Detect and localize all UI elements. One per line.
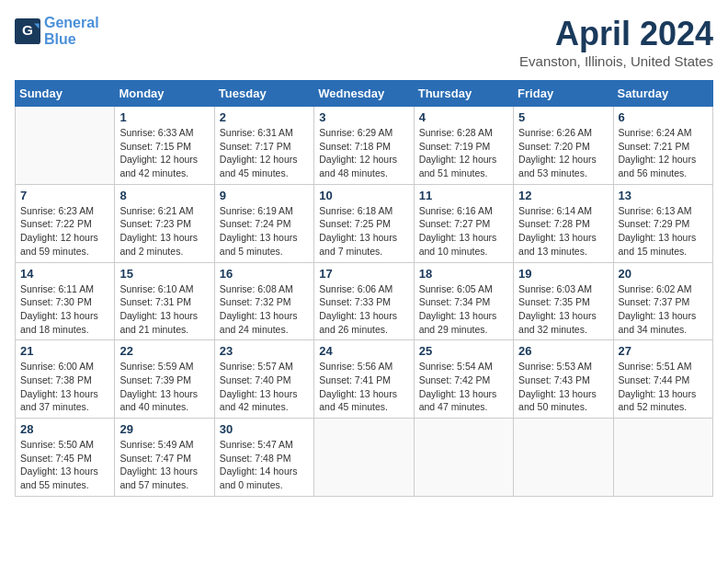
day-info: Sunrise: 6:06 AMSunset: 7:33 PMDaylight:… [319,282,408,337]
calendar-week-row: 1 Sunrise: 6:33 AMSunset: 7:15 PMDayligh… [16,107,713,185]
calendar-cell: 11 Sunrise: 6:16 AMSunset: 7:27 PMDaylig… [414,184,513,262]
weekday-header-monday: Monday [115,81,214,107]
calendar-cell: 22 Sunrise: 5:59 AMSunset: 7:39 PMDaylig… [115,340,214,419]
title-block: April 2024 Evanston, Illinois, United St… [519,15,713,69]
day-info: Sunrise: 6:14 AMSunset: 7:28 PMDaylight:… [518,204,608,259]
day-info: Sunrise: 6:10 AMSunset: 7:31 PMDaylight:… [119,282,209,337]
day-number: 23 [220,344,309,358]
logo-text: General Blue [44,15,99,47]
day-number: 30 [220,422,309,436]
day-info: Sunrise: 6:31 AMSunset: 7:17 PMDaylight:… [220,126,309,180]
calendar-cell: 8 Sunrise: 6:21 AMSunset: 7:23 PMDayligh… [115,184,214,262]
day-info: Sunrise: 5:47 AMSunset: 7:48 PMDaylight:… [220,438,309,492]
logo-line1: General [44,15,99,30]
day-number: 20 [619,267,708,281]
calendar-cell: 13 Sunrise: 6:13 AMSunset: 7:29 PMDaylig… [613,184,712,262]
location: Evanston, Illinois, United States [519,53,713,69]
svg-text:G: G [22,22,33,38]
calendar-week-row: 7 Sunrise: 6:23 AMSunset: 7:22 PMDayligh… [16,184,713,262]
calendar-cell: 28 Sunrise: 5:50 AMSunset: 7:45 PMDaylig… [16,419,115,497]
calendar-cell: 3 Sunrise: 6:29 AMSunset: 7:18 PMDayligh… [314,107,414,185]
day-number: 14 [20,267,109,281]
day-info: Sunrise: 5:49 AMSunset: 7:47 PMDaylight:… [119,438,209,492]
logo: G General Blue [15,15,99,47]
calendar-cell: 25 Sunrise: 5:54 AMSunset: 7:42 PMDaylig… [414,340,513,419]
month-title: April 2024 [519,15,713,53]
calendar-cell: 4 Sunrise: 6:28 AMSunset: 7:19 PMDayligh… [414,107,513,185]
day-info: Sunrise: 5:50 AMSunset: 7:45 PMDaylight:… [20,438,109,492]
day-info: Sunrise: 5:57 AMSunset: 7:40 PMDaylight:… [220,360,309,414]
day-info: Sunrise: 5:59 AMSunset: 7:39 PMDaylight:… [119,360,209,414]
page-header: G General Blue April 2024 Evanston, Illi… [15,15,713,69]
calendar-cell: 21 Sunrise: 6:00 AMSunset: 7:38 PMDaylig… [16,340,115,419]
calendar-cell: 18 Sunrise: 6:05 AMSunset: 7:34 PMDaylig… [414,262,513,340]
day-number: 15 [119,267,209,281]
weekday-header-thursday: Thursday [414,81,513,107]
logo-line2: Blue [44,31,76,47]
day-number: 8 [119,189,209,202]
day-number: 7 [20,189,109,202]
day-number: 25 [419,344,508,358]
calendar-cell: 15 Sunrise: 6:10 AMSunset: 7:31 PMDaylig… [115,262,214,340]
day-info: Sunrise: 6:18 AMSunset: 7:25 PMDaylight:… [319,204,408,259]
day-number: 17 [319,267,408,281]
day-info: Sunrise: 5:56 AMSunset: 7:41 PMDaylight:… [319,360,408,414]
calendar-cell [314,419,414,497]
calendar-cell: 7 Sunrise: 6:23 AMSunset: 7:22 PMDayligh… [16,184,115,262]
day-number: 6 [619,110,708,124]
day-info: Sunrise: 5:54 AMSunset: 7:42 PMDaylight:… [419,360,508,414]
calendar-cell: 9 Sunrise: 6:19 AMSunset: 7:24 PMDayligh… [214,184,313,262]
calendar-cell: 10 Sunrise: 6:18 AMSunset: 7:25 PMDaylig… [314,184,414,262]
day-info: Sunrise: 5:51 AMSunset: 7:44 PMDaylight:… [619,360,708,414]
day-info: Sunrise: 6:26 AMSunset: 7:20 PMDaylight:… [518,126,608,180]
day-number: 11 [419,189,508,202]
day-number: 24 [319,344,408,358]
day-number: 1 [119,110,209,124]
calendar-cell: 24 Sunrise: 5:56 AMSunset: 7:41 PMDaylig… [314,340,414,419]
calendar-cell: 1 Sunrise: 6:33 AMSunset: 7:15 PMDayligh… [115,107,214,185]
calendar-cell: 23 Sunrise: 5:57 AMSunset: 7:40 PMDaylig… [214,340,313,419]
day-number: 21 [20,344,109,358]
calendar-cell [514,419,613,497]
calendar-week-row: 14 Sunrise: 6:11 AMSunset: 7:30 PMDaylig… [16,262,713,340]
calendar-cell: 16 Sunrise: 6:08 AMSunset: 7:32 PMDaylig… [214,262,313,340]
day-info: Sunrise: 6:11 AMSunset: 7:30 PMDaylight:… [20,282,109,337]
calendar-cell: 17 Sunrise: 6:06 AMSunset: 7:33 PMDaylig… [314,262,414,340]
day-info: Sunrise: 6:33 AMSunset: 7:15 PMDaylight:… [119,126,209,180]
calendar-cell: 6 Sunrise: 6:24 AMSunset: 7:21 PMDayligh… [613,107,712,185]
day-info: Sunrise: 6:28 AMSunset: 7:19 PMDaylight:… [419,126,508,180]
day-number: 9 [220,189,309,202]
day-number: 12 [518,189,608,202]
day-info: Sunrise: 6:21 AMSunset: 7:23 PMDaylight:… [119,204,209,259]
day-info: Sunrise: 6:05 AMSunset: 7:34 PMDaylight:… [419,282,508,337]
day-number: 3 [319,110,408,124]
calendar-cell: 5 Sunrise: 6:26 AMSunset: 7:20 PMDayligh… [514,107,613,185]
day-info: Sunrise: 5:53 AMSunset: 7:43 PMDaylight:… [518,360,608,414]
day-info: Sunrise: 6:08 AMSunset: 7:32 PMDaylight:… [220,282,309,337]
calendar-cell [16,107,115,185]
weekday-header-saturday: Saturday [613,81,712,107]
day-info: Sunrise: 6:19 AMSunset: 7:24 PMDaylight:… [220,204,309,259]
calendar-cell: 20 Sunrise: 6:02 AMSunset: 7:37 PMDaylig… [613,262,712,340]
day-info: Sunrise: 6:16 AMSunset: 7:27 PMDaylight:… [419,204,508,259]
weekday-header-friday: Friday [514,81,613,107]
calendar-cell: 19 Sunrise: 6:03 AMSunset: 7:35 PMDaylig… [514,262,613,340]
calendar-cell [414,419,513,497]
weekday-header-sunday: Sunday [16,81,115,107]
logo-icon: G [15,18,40,44]
day-info: Sunrise: 6:24 AMSunset: 7:21 PMDaylight:… [619,126,708,180]
day-info: Sunrise: 6:00 AMSunset: 7:38 PMDaylight:… [20,360,109,414]
day-number: 22 [119,344,209,358]
calendar-cell: 29 Sunrise: 5:49 AMSunset: 7:47 PMDaylig… [115,419,214,497]
day-number: 4 [419,110,508,124]
day-number: 16 [220,267,309,281]
day-number: 26 [518,344,608,358]
calendar-week-row: 28 Sunrise: 5:50 AMSunset: 7:45 PMDaylig… [16,419,713,497]
calendar-cell: 12 Sunrise: 6:14 AMSunset: 7:28 PMDaylig… [514,184,613,262]
calendar-cell: 26 Sunrise: 5:53 AMSunset: 7:43 PMDaylig… [514,340,613,419]
calendar-cell: 30 Sunrise: 5:47 AMSunset: 7:48 PMDaylig… [214,419,313,497]
calendar-cell: 2 Sunrise: 6:31 AMSunset: 7:17 PMDayligh… [214,107,313,185]
day-number: 5 [518,110,608,124]
calendar-cell: 27 Sunrise: 5:51 AMSunset: 7:44 PMDaylig… [613,340,712,419]
day-number: 2 [220,110,309,124]
